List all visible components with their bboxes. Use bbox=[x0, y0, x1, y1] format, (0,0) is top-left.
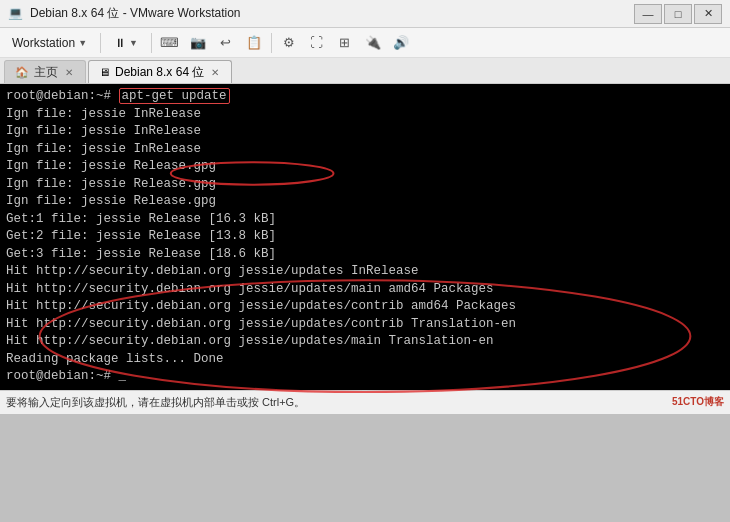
terminal-line: root@debian:~# apt-get update bbox=[6, 88, 724, 106]
tab-home-close[interactable]: ✕ bbox=[63, 66, 75, 79]
vm-icon: 🖥 bbox=[99, 66, 110, 78]
home-icon: 🏠 bbox=[15, 66, 29, 79]
terminal-line: Get:3 file: jessie Release [18.6 kB] bbox=[6, 246, 724, 264]
terminal-line: Ign file: jessie InRelease bbox=[6, 141, 724, 159]
menu-workstation[interactable]: Workstation ▼ bbox=[4, 32, 95, 54]
terminal-line: Hit http://security.debian.org jessie/up… bbox=[6, 316, 724, 334]
unity-icon: ⊞ bbox=[339, 35, 350, 50]
terminal-line: Reading package lists... Done bbox=[6, 351, 724, 369]
terminal-line: Hit http://security.debian.org jessie/up… bbox=[6, 281, 724, 299]
menu-workstation-label: Workstation bbox=[12, 36, 75, 50]
tb-snapshot[interactable]: 📷 bbox=[185, 31, 211, 55]
terminal-line: Ign file: jessie Release.gpg bbox=[6, 176, 724, 194]
tb-audio[interactable]: 🔊 bbox=[388, 31, 414, 55]
terminal-line: Hit http://security.debian.org jessie/up… bbox=[6, 298, 724, 316]
restore-icon: ↩ bbox=[220, 35, 231, 50]
site-logo: 51CTO博客 bbox=[672, 395, 724, 409]
keyboard-icon: ⌨ bbox=[160, 35, 179, 50]
status-bar: 要将输入定向到该虚拟机，请在虚拟机内部单击或按 Ctrl+G。 51CTO博客 bbox=[0, 390, 730, 414]
tab-home-label: 主页 bbox=[34, 64, 58, 81]
terminal[interactable]: root@debian:~# apt-get updateIgn file: j… bbox=[0, 84, 730, 390]
terminal-line: Ign file: jessie Release.gpg bbox=[6, 193, 724, 211]
tb-vm-settings[interactable]: ⚙ bbox=[276, 31, 302, 55]
status-message: 要将输入定向到该虚拟机，请在虚拟机内部单击或按 Ctrl+G。 bbox=[6, 395, 305, 410]
tab-home[interactable]: 🏠 主页 ✕ bbox=[4, 60, 86, 83]
terminal-line: Get:2 file: jessie Release [13.8 kB] bbox=[6, 228, 724, 246]
terminal-line: Hit http://security.debian.org jessie/up… bbox=[6, 333, 724, 351]
pause-icon: ⏸ bbox=[114, 36, 126, 50]
pause-arrow-icon: ▼ bbox=[129, 38, 138, 48]
window-title: Debian 8.x 64 位 - VMware Workstation bbox=[30, 5, 241, 22]
terminal-line: root@debian:~# _ bbox=[6, 368, 724, 386]
tb-send-ctrl-alt-del[interactable]: ⌨ bbox=[157, 31, 183, 55]
terminal-line: Ign file: jessie InRelease bbox=[6, 106, 724, 124]
close-button[interactable]: ✕ bbox=[694, 4, 722, 24]
menu-bar: Workstation ▼ ⏸ ▼ ⌨ 📷 ↩ 📋 ⚙ ⛶ ⊞ 🔌 🔊 bbox=[0, 28, 730, 58]
tb-unity[interactable]: ⊞ bbox=[332, 31, 358, 55]
manage-snapshots-icon: 📋 bbox=[246, 35, 262, 50]
workstation-arrow-icon: ▼ bbox=[78, 38, 87, 48]
title-bar: 💻 Debian 8.x 64 位 - VMware Workstation —… bbox=[0, 0, 730, 28]
tb-full-screen[interactable]: ⛶ bbox=[304, 31, 330, 55]
audio-icon: 🔊 bbox=[393, 35, 409, 50]
terminal-line: Ign file: jessie InRelease bbox=[6, 123, 724, 141]
tb-usb[interactable]: 🔌 bbox=[360, 31, 386, 55]
menu-pause-btn[interactable]: ⏸ ▼ bbox=[106, 32, 146, 54]
menu-divider-1 bbox=[100, 33, 101, 53]
terminal-line: Ign file: jessie Release.gpg bbox=[6, 158, 724, 176]
tab-debian[interactable]: 🖥 Debian 8.x 64 位 ✕ bbox=[88, 60, 232, 83]
terminal-wrapper[interactable]: root@debian:~# apt-get updateIgn file: j… bbox=[0, 84, 730, 390]
tab-bar: 🏠 主页 ✕ 🖥 Debian 8.x 64 位 ✕ bbox=[0, 58, 730, 84]
settings-icon: ⚙ bbox=[283, 35, 295, 50]
maximize-button[interactable]: □ bbox=[664, 4, 692, 24]
terminal-line: Get:1 file: jessie Release [16.3 kB] bbox=[6, 211, 724, 229]
tb-manage-snapshots[interactable]: 📋 bbox=[241, 31, 267, 55]
usb-icon: 🔌 bbox=[365, 35, 381, 50]
tab-debian-close[interactable]: ✕ bbox=[209, 66, 221, 79]
minimize-button[interactable]: — bbox=[634, 4, 662, 24]
tb-restore-snapshot[interactable]: ↩ bbox=[213, 31, 239, 55]
terminal-line: Hit http://security.debian.org jessie/up… bbox=[6, 263, 724, 281]
tb-sep-1 bbox=[271, 33, 272, 53]
tab-debian-label: Debian 8.x 64 位 bbox=[115, 64, 204, 81]
fullscreen-icon: ⛶ bbox=[310, 35, 323, 50]
menu-divider-2 bbox=[151, 33, 152, 53]
window-icon: 💻 bbox=[8, 6, 24, 22]
snapshot-icon: 📷 bbox=[190, 35, 206, 50]
window-controls: — □ ✕ bbox=[634, 4, 722, 24]
